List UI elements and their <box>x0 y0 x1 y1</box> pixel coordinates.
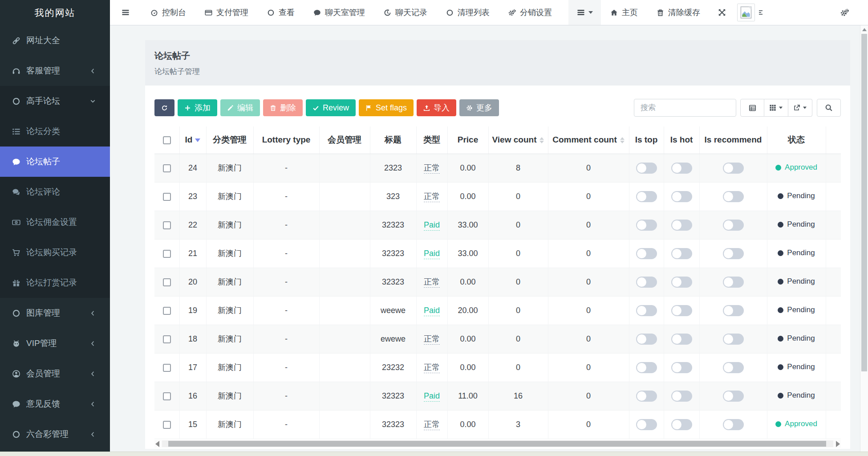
nav-item-clear-cache[interactable]: 清除缓存 <box>647 0 710 25</box>
set-flags-button[interactable]: Set flags <box>359 99 414 116</box>
table-row[interactable]: 23新澳门-323正常0.0000Pending <box>154 182 841 211</box>
column-header-view_count[interactable]: View count <box>488 126 548 154</box>
table-row[interactable]: 15新澳门-32323正常0.0030Approved <box>154 410 841 439</box>
type-label[interactable]: 正常 <box>424 420 440 430</box>
column-header-price[interactable]: Price <box>447 126 488 154</box>
column-header-is_recommend[interactable]: Is recommend <box>699 126 767 154</box>
is-hot-toggle[interactable] <box>671 220 692 231</box>
vertical-scrollbar[interactable] <box>860 25 868 452</box>
column-header-is_hot[interactable]: Is hot <box>664 126 699 154</box>
type-label[interactable]: 正常 <box>424 192 440 202</box>
is-top-toggle[interactable] <box>636 362 657 373</box>
column-header-member[interactable]: 会员管理 <box>319 126 370 154</box>
sidebar-item-lottery[interactable]: 六合彩管理 <box>0 419 110 449</box>
add-button[interactable]: 添加 <box>178 99 217 116</box>
delete-button[interactable]: 删除 <box>263 99 303 116</box>
row-checkbox[interactable] <box>163 392 171 400</box>
nav-item-home[interactable]: 主页 <box>601 0 647 25</box>
is-recommend-toggle[interactable] <box>723 419 744 430</box>
is-hot-toggle[interactable] <box>671 248 692 259</box>
table-row[interactable]: 24新澳门-2323正常0.0080Approved <box>154 154 841 182</box>
is-hot-toggle[interactable] <box>671 191 692 202</box>
is-recommend-toggle[interactable] <box>723 163 744 174</box>
nav-item-chatroom[interactable]: 聊天室管理 <box>304 0 374 25</box>
sidebar-item-expert-forum[interactable]: 高手论坛 <box>0 86 110 116</box>
edit-button[interactable]: 编辑 <box>220 99 260 116</box>
column-header-title[interactable]: 标题 <box>370 126 416 154</box>
is-hot-toggle[interactable] <box>671 305 692 316</box>
sidebar-item-vip[interactable]: VIP管理 <box>0 328 110 358</box>
sidebar-item-forum-rewards[interactable]: 论坛打赏记录 <box>0 268 110 298</box>
is-recommend-toggle[interactable] <box>723 191 744 202</box>
import-button[interactable]: 导入 <box>417 99 456 116</box>
user-avatar[interactable] <box>737 4 755 21</box>
row-checkbox[interactable] <box>163 164 171 172</box>
is-hot-toggle[interactable] <box>671 391 692 402</box>
is-hot-toggle[interactable] <box>671 419 692 430</box>
row-checkbox[interactable] <box>163 193 171 201</box>
scroll-up-arrow[interactable] <box>862 28 867 31</box>
column-header-comment_count[interactable]: Comment count <box>548 126 629 154</box>
row-checkbox[interactable] <box>163 421 171 429</box>
export-dropdown-button[interactable] <box>788 99 812 117</box>
search-input[interactable] <box>634 99 736 117</box>
is-recommend-toggle[interactable] <box>723 220 744 231</box>
nav-item-distribution[interactable]: 分销设置 <box>499 0 561 25</box>
is-top-toggle[interactable] <box>636 248 657 259</box>
nav-item-chat-logs[interactable]: 聊天记录 <box>374 0 437 25</box>
sidebar-item-forum-posts[interactable]: 论坛帖子 <box>0 147 110 177</box>
sidebar-item-customer-service[interactable]: 客服管理 <box>0 56 110 86</box>
columns-dropdown-button[interactable] <box>764 99 788 117</box>
is-hot-toggle[interactable] <box>671 277 692 288</box>
is-hot-toggle[interactable] <box>671 362 692 373</box>
is-recommend-toggle[interactable] <box>723 248 744 259</box>
fullscreen-button[interactable] <box>710 8 734 16</box>
is-recommend-toggle[interactable] <box>723 334 744 345</box>
nav-item-cleanup-list[interactable]: 清理列表 <box>437 0 499 25</box>
is-top-toggle[interactable] <box>636 220 657 231</box>
sidebar-item-forum-purchases[interactable]: 论坛购买记录 <box>0 237 110 268</box>
is-top-toggle[interactable] <box>636 419 657 430</box>
nav-item-payment[interactable]: 支付管理 <box>195 0 258 25</box>
row-checkbox[interactable] <box>163 335 171 343</box>
is-top-toggle[interactable] <box>636 391 657 402</box>
row-checkbox[interactable] <box>163 364 171 372</box>
sidebar-item-gallery[interactable]: 图库管理 <box>0 298 110 328</box>
more-button[interactable]: 更多 <box>459 99 499 116</box>
is-recommend-toggle[interactable] <box>723 305 744 316</box>
type-label[interactable]: 正常 <box>424 334 440 345</box>
type-label[interactable]: 正常 <box>424 363 440 373</box>
toggle-view-button[interactable] <box>740 99 764 117</box>
table-row[interactable]: 18新澳门-ewewe正常0.0000Pending <box>154 325 841 353</box>
horizontal-scrollbar[interactable] <box>154 440 841 448</box>
type-label[interactable]: 正常 <box>424 277 440 288</box>
column-header-type[interactable]: 类型 <box>416 126 447 154</box>
sidebar-item-forum-commission[interactable]: 论坛佣金设置 <box>0 207 110 237</box>
row-checkbox[interactable] <box>163 278 171 286</box>
type-label[interactable]: Paid <box>424 249 440 259</box>
type-label[interactable]: Paid <box>424 306 440 316</box>
is-top-toggle[interactable] <box>636 277 657 288</box>
sidebar-item-forum-category[interactable]: 论坛分类 <box>0 116 110 147</box>
table-row[interactable]: 20新澳门-32323正常0.0000Pending <box>154 268 841 296</box>
type-label[interactable]: 正常 <box>424 163 440 174</box>
settings-gear-button[interactable] <box>832 8 857 17</box>
column-header-id[interactable]: Id <box>179 126 206 154</box>
table-row[interactable]: 16新澳门-32323Paid11.00160Pending <box>154 382 841 410</box>
nav-item-dashboard[interactable]: 控制台 <box>141 0 195 25</box>
search-button[interactable] <box>817 99 841 117</box>
is-top-toggle[interactable] <box>636 305 657 316</box>
column-header-status[interactable]: 状态 <box>767 126 826 154</box>
horizontal-scroll-track[interactable] <box>162 440 833 447</box>
is-top-toggle[interactable] <box>636 191 657 202</box>
review-button[interactable]: Review <box>306 99 356 116</box>
vertical-scroll-thumb[interactable] <box>861 34 867 371</box>
is-recommend-toggle[interactable] <box>723 362 744 373</box>
sidebar-item-feedback[interactable]: 意见反馈 <box>0 389 110 419</box>
column-header-is_top[interactable]: Is top <box>629 126 664 154</box>
is-top-toggle[interactable] <box>636 163 657 174</box>
sidebar-item-forum-comments[interactable]: 论坛评论 <box>0 177 110 207</box>
is-recommend-toggle[interactable] <box>723 391 744 402</box>
horizontal-scroll-thumb[interactable] <box>168 441 826 447</box>
refresh-button[interactable] <box>154 99 174 116</box>
